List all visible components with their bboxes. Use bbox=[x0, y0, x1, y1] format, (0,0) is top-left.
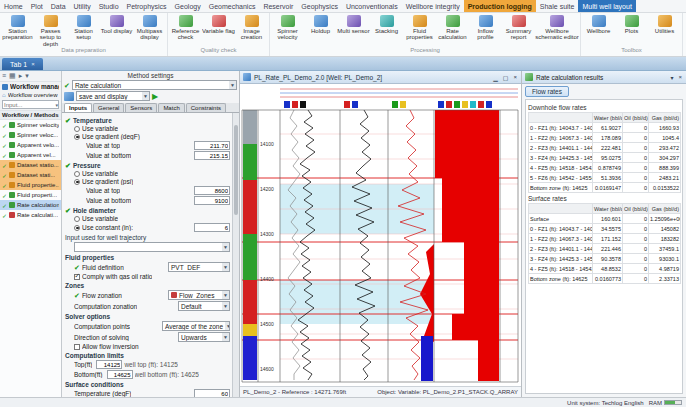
filter-dropdown-icon[interactable]: ▾ bbox=[55, 102, 58, 108]
variable-flag-button[interactable]: Variable flag bbox=[202, 13, 235, 47]
dropdown-icon[interactable]: ▾ bbox=[669, 74, 674, 81]
expand-icon[interactable]: ▸ bbox=[19, 72, 23, 80]
minimize-icon[interactable]: ▁ bbox=[492, 74, 499, 81]
table-row[interactable]: 1 - FZ2 (ft): 14067.3 - 14081.1171.15201… bbox=[529, 234, 681, 244]
holdup-button[interactable]: Holdup bbox=[304, 13, 337, 47]
pressure-use-variable-radio[interactable] bbox=[74, 171, 80, 177]
table-row[interactable]: 0 - FZ1 (ft): 14043.7 - 14067.361.902701… bbox=[529, 123, 681, 133]
direction-of-solving-select[interactable]: Upwards▼ bbox=[178, 332, 230, 342]
ribbon-tab-studio[interactable]: Studio bbox=[95, 0, 123, 12]
reference-check-button[interactable]: Reference check bbox=[169, 13, 202, 47]
comply-gor-checkbox[interactable] bbox=[74, 274, 80, 280]
tab-constraints[interactable]: Constraints bbox=[186, 103, 226, 112]
table-row[interactable]: 0 - FZ1 (ft): 14043.7 - 14067.334.557501… bbox=[529, 224, 681, 234]
ribbon-tab-geology[interactable]: Geology bbox=[171, 0, 205, 12]
station-setup-button[interactable]: Station setup bbox=[67, 13, 100, 47]
hole-use-variable-radio[interactable] bbox=[74, 216, 80, 222]
ribbon-tab-petrophysics[interactable]: Petrophysics bbox=[123, 0, 171, 12]
pressure-use-gradient-radio[interactable] bbox=[74, 179, 80, 185]
plots-button[interactable]: Plots bbox=[615, 13, 648, 47]
ribbon-tab-geomechanics[interactable]: Geomechanics bbox=[205, 0, 260, 12]
temperature-use-gradient-radio[interactable] bbox=[74, 134, 80, 140]
method-select[interactable]: Rate calculation▼ bbox=[72, 80, 237, 90]
collapse-icon[interactable]: ▾ bbox=[25, 72, 29, 80]
ribbon-tab-geophysics[interactable]: Geophysics bbox=[297, 0, 342, 12]
temperature-use-variable-radio[interactable] bbox=[74, 126, 80, 132]
save-mode-select[interactable]: save and display▼ bbox=[76, 91, 150, 101]
tree-item-apparent-velocity-2[interactable]: ✓Apparent vel... bbox=[0, 150, 61, 160]
rate-calculation-button[interactable]: Rate calculation bbox=[436, 13, 469, 47]
tree-item-rate-calculation-2[interactable]: ✓Rate calculati... bbox=[0, 210, 61, 220]
tab-sensors[interactable]: Sensors bbox=[125, 103, 157, 112]
passes-setup-button[interactable]: Passes setup to depth bbox=[34, 13, 67, 47]
tree-item-fluid-properties-2[interactable]: ✓Fluid properti... bbox=[0, 190, 61, 200]
run-icon[interactable]: ▶ bbox=[152, 92, 158, 101]
save-icon[interactable] bbox=[64, 92, 74, 101]
bottom-limit-field[interactable] bbox=[107, 370, 133, 379]
temperature-bottom-field[interactable] bbox=[194, 151, 230, 160]
table-row[interactable]: 4 - FZ5 (ft): 14518 - 1454248.853204.987… bbox=[529, 264, 681, 274]
table-row[interactable]: 5 - FZ6 (ft): 14542 - 14554.951.39360248… bbox=[529, 173, 681, 183]
wellbore-schematic-editor-button[interactable]: Wellbore schematic editor bbox=[535, 13, 579, 47]
temperature-top-field[interactable] bbox=[194, 141, 230, 150]
table-row[interactable]: 2 - FZ3 (ft): 14401.1 - 14425.3221.44603… bbox=[529, 244, 681, 254]
summary-report-button[interactable]: Summary report bbox=[502, 13, 535, 47]
hole-use-constant-radio[interactable] bbox=[74, 225, 80, 231]
table-row[interactable]: 3 - FZ4 (ft): 14425.3 - 1450795.02750304… bbox=[529, 153, 681, 163]
flow-zonation-select[interactable]: Flow_Zones▼ bbox=[168, 290, 230, 300]
multipass-display-button[interactable]: Multipass display bbox=[133, 13, 166, 47]
scrollbar-thumb[interactable] bbox=[234, 125, 238, 215]
table-row[interactable]: 2 - FZ3 (ft): 14401.1 - 14425.3222.48102… bbox=[529, 143, 681, 153]
computation-points-select[interactable]: Average of the zone▼ bbox=[162, 321, 230, 331]
allow-flow-inversion-checkbox[interactable] bbox=[74, 344, 80, 350]
ribbon-tab-home[interactable]: Home bbox=[0, 0, 27, 12]
tree-item-fluid-properties[interactable]: ✓Fluid propertie... bbox=[0, 180, 61, 190]
dialog-scrollbar[interactable] bbox=[232, 113, 239, 397]
table-row[interactable]: Bottom zone (ft): 146250.016077302.33713 bbox=[529, 274, 681, 284]
log-plot-canvas[interactable]: 14100 14200 14300 14400 14500 14600 bbox=[240, 84, 520, 385]
filter-input[interactable] bbox=[3, 102, 55, 108]
tree-item-dataset-station[interactable]: ✓Dataset statio... bbox=[0, 160, 61, 170]
ribbon-tab-multi-well-layout[interactable]: Multi well layout bbox=[578, 0, 635, 12]
spinner-velocity-button[interactable]: Spinner velocity bbox=[271, 13, 304, 47]
menu-icon[interactable]: ≡ bbox=[2, 72, 6, 80]
close-icon[interactable]: × bbox=[512, 74, 518, 80]
tree-item-apparent-velocity[interactable]: ✓Apparent velo... bbox=[0, 140, 61, 150]
workflow-methods-header[interactable]: Workflow / Methods bbox=[0, 110, 61, 120]
grid-icon[interactable]: ▦ bbox=[9, 72, 16, 80]
tool-display-button[interactable]: Tool display bbox=[100, 13, 133, 47]
ribbon-tab-plot[interactable]: Plot bbox=[27, 0, 47, 12]
ribbon-tab-production-logging[interactable]: Production logging bbox=[464, 0, 536, 12]
table-row[interactable]: 4 - FZ5 (ft): 14518 - 145420.8787490888.… bbox=[529, 163, 681, 173]
results-title-bar[interactable]: Rate calculation results ▾ × bbox=[522, 71, 686, 84]
computation-zonation-select[interactable]: Default▼ bbox=[178, 301, 230, 311]
close-tab-icon[interactable]: × bbox=[31, 61, 35, 67]
wellbore-button[interactable]: Wellbore bbox=[582, 13, 615, 47]
top-limit-field[interactable] bbox=[96, 360, 122, 369]
tab-general[interactable]: General bbox=[93, 103, 124, 112]
fluid-definition-select[interactable]: PVT_DEF▼ bbox=[168, 262, 230, 272]
image-creation-button[interactable]: Image creation bbox=[235, 13, 268, 47]
station-preparation-button[interactable]: Station preparation bbox=[1, 13, 34, 47]
document-tab-1[interactable]: Tab 1× bbox=[2, 58, 43, 70]
pressure-top-field[interactable] bbox=[194, 186, 230, 195]
pressure-bottom-field[interactable] bbox=[194, 196, 230, 205]
ribbon-tab-shale-suite[interactable]: Shale suite bbox=[536, 0, 579, 12]
trajectory-select[interactable]: ▼ bbox=[74, 242, 230, 252]
tree-item-spinner-velocity[interactable]: ✓Spinner velocity bbox=[0, 120, 61, 130]
ribbon-tab-reservoir[interactable]: Reservoir bbox=[259, 0, 297, 12]
tree-item-dataset-station-2[interactable]: ✓Dataset stati... bbox=[0, 170, 61, 180]
surface-temperature-field[interactable] bbox=[194, 389, 230, 397]
table-row[interactable]: Surface160.60101.25096e+06 bbox=[529, 214, 681, 224]
flow-rates-button[interactable]: Flow rates bbox=[525, 86, 569, 97]
ribbon-tab-utility[interactable]: Utility bbox=[70, 0, 95, 12]
fluid-properties-button[interactable]: Fluid properties bbox=[403, 13, 436, 47]
inflow-profile-button[interactable]: Inflow profile bbox=[469, 13, 502, 47]
tree-item-rate-calculation[interactable]: ✓Rate calculation bbox=[0, 200, 61, 210]
table-row[interactable]: Bottom zone (ft): 146250.016914700.01535… bbox=[529, 183, 681, 193]
table-row[interactable]: 1 - FZ2 (ft): 14067.3 - 14081.1178.08901… bbox=[529, 133, 681, 143]
plot-title-bar[interactable]: PL_Rate_PL_Demo_2.0 [Well: PL_Demo_2] ▁ … bbox=[240, 71, 521, 84]
tab-match[interactable]: Match bbox=[158, 103, 184, 112]
tab-inputs[interactable]: Inputs bbox=[64, 103, 92, 112]
utilities-button[interactable]: Utilities bbox=[648, 13, 681, 47]
